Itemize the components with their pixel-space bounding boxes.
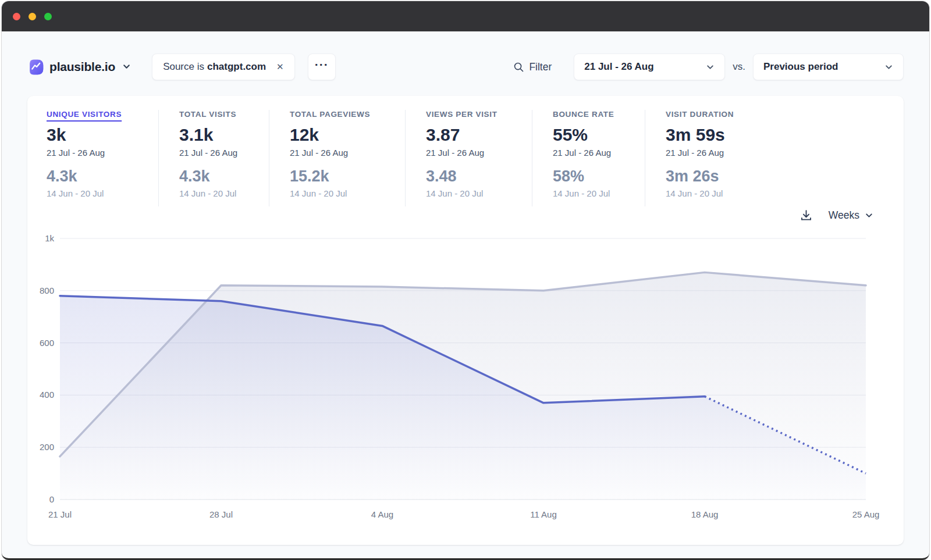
close-window-button[interactable]	[13, 13, 20, 20]
stat-label[interactable]: Bounce rate	[553, 110, 645, 119]
fullscreen-window-button[interactable]	[44, 13, 52, 20]
site-switcher[interactable]: plausible.io	[27, 59, 131, 76]
svg-text:18 Aug: 18 Aug	[691, 509, 719, 519]
search-icon	[513, 62, 524, 73]
filter-chip-value: chatgpt.com	[207, 61, 266, 73]
date-range-value: 21 Jul - 26 Aug	[584, 61, 653, 73]
stat-prev-period: 14 Jun - 20 Jul	[179, 188, 269, 198]
stat-period: 21 Jul - 26 Aug	[553, 148, 645, 158]
filter-chip-prefix: Source is	[163, 61, 204, 73]
svg-text:21 Jul: 21 Jul	[48, 509, 72, 519]
stat-period: 21 Jul - 26 Aug	[47, 148, 158, 158]
comparison-select[interactable]: Previous period	[753, 53, 904, 80]
stat-prev-value: 58%	[553, 167, 645, 186]
stat-label[interactable]: Views per visit	[426, 110, 532, 119]
stats-row: Unique visitors 3k 21 Jul - 26 Aug 4.3k …	[27, 96, 904, 206]
stat-value: 3m 59s	[666, 125, 784, 145]
plausible-logo-icon	[27, 59, 44, 76]
stat-views-per-visit[interactable]: Views per visit 3.87 21 Jul - 26 Aug 3.4…	[405, 110, 532, 206]
stat-period: 21 Jul - 26 Aug	[426, 148, 532, 158]
stat-period: 21 Jul - 26 Aug	[666, 148, 784, 158]
stat-prev-period: 14 Jun - 20 Jul	[426, 188, 532, 198]
svg-text:25 Aug: 25 Aug	[852, 509, 880, 519]
chevron-down-icon	[706, 63, 715, 72]
stat-prev-value: 3.48	[426, 167, 532, 186]
dashboard-header: plausible.io Source is chatgpt.com ✕ ···…	[27, 53, 904, 80]
date-range-select[interactable]: 21 Jul - 26 Aug	[574, 53, 725, 80]
comparison-value: Previous period	[763, 61, 838, 73]
stat-prev-value: 4.3k	[47, 167, 158, 186]
more-filters-button[interactable]: ···	[308, 53, 336, 80]
stat-label[interactable]: Total visits	[179, 110, 269, 119]
stat-label[interactable]: Total pageviews	[290, 110, 405, 119]
stat-total-visits[interactable]: Total visits 3.1k 21 Jul - 26 Aug 4.3k 1…	[158, 110, 269, 206]
chevron-down-icon	[122, 62, 131, 73]
interval-select[interactable]: Weeks	[829, 209, 873, 222]
screenshot-root: plausible.io Source is chatgpt.com ✕ ···…	[0, 0, 931, 560]
stat-total-pageviews[interactable]: Total pageviews 12k 21 Jul - 26 Aug 15.2…	[269, 110, 405, 206]
stat-prev-value: 15.2k	[290, 167, 405, 186]
window-titlebar	[2, 1, 929, 31]
stat-period: 21 Jul - 26 Aug	[290, 148, 405, 158]
stat-prev-period: 14 Jun - 20 Jul	[290, 188, 405, 198]
stat-label[interactable]: Unique visitors	[47, 110, 158, 119]
svg-text:800: 800	[40, 286, 54, 295]
svg-text:400: 400	[40, 390, 54, 400]
filter-button-label: Filter	[529, 61, 552, 73]
interval-value: Weeks	[829, 209, 859, 222]
svg-text:4 Aug: 4 Aug	[371, 509, 393, 519]
svg-text:0: 0	[49, 494, 54, 504]
stat-label[interactable]: Visit duration	[666, 110, 784, 119]
stat-prev-value: 4.3k	[179, 167, 269, 186]
stat-prev-value: 3m 26s	[666, 167, 784, 186]
stat-bounce-rate[interactable]: Bounce rate 55% 21 Jul - 26 Aug 58% 14 J…	[532, 110, 645, 206]
svg-text:1k: 1k	[45, 233, 54, 243]
stat-visit-duration[interactable]: Visit duration 3m 59s 21 Jul - 26 Aug 3m…	[645, 110, 784, 206]
stat-prev-period: 14 Jun - 20 Jul	[666, 188, 784, 198]
svg-text:600: 600	[40, 338, 54, 348]
svg-text:28 Jul: 28 Jul	[209, 509, 233, 519]
chart-controls: Weeks	[799, 209, 873, 222]
stat-value: 3k	[47, 125, 158, 145]
stat-value: 55%	[553, 125, 645, 145]
stat-prev-period: 14 Jun - 20 Jul	[553, 188, 645, 198]
download-export-button[interactable]	[799, 209, 813, 222]
download-icon	[799, 209, 813, 222]
visitors-chart-svg: 02004006008001k21 Jul28 Jul4 Aug11 Aug18…	[32, 228, 900, 522]
svg-text:11 Aug: 11 Aug	[530, 509, 557, 519]
filter-chip-source[interactable]: Source is chatgpt.com ✕	[152, 53, 295, 80]
minimize-window-button[interactable]	[29, 13, 36, 20]
app-window: plausible.io Source is chatgpt.com ✕ ···…	[2, 1, 929, 560]
visitors-chart[interactable]: 02004006008001k21 Jul28 Jul4 Aug11 Aug18…	[32, 228, 900, 522]
stat-value: 12k	[290, 125, 405, 145]
stat-unique-visitors[interactable]: Unique visitors 3k 21 Jul - 26 Aug 4.3k …	[47, 110, 158, 206]
chevron-down-icon	[884, 63, 893, 72]
stat-prev-period: 14 Jun - 20 Jul	[47, 188, 158, 198]
chevron-down-icon	[865, 211, 873, 220]
stat-period: 21 Jul - 26 Aug	[179, 148, 269, 158]
remove-filter-icon[interactable]: ✕	[276, 62, 284, 72]
dashboard-card: Unique visitors 3k 21 Jul - 26 Aug 4.3k …	[27, 96, 904, 545]
stat-value: 3.87	[426, 125, 532, 145]
site-name: plausible.io	[49, 60, 115, 74]
stat-value: 3.1k	[179, 125, 269, 145]
filter-button[interactable]: Filter	[513, 61, 552, 73]
vs-label: vs.	[733, 61, 745, 73]
svg-text:200: 200	[40, 442, 54, 452]
